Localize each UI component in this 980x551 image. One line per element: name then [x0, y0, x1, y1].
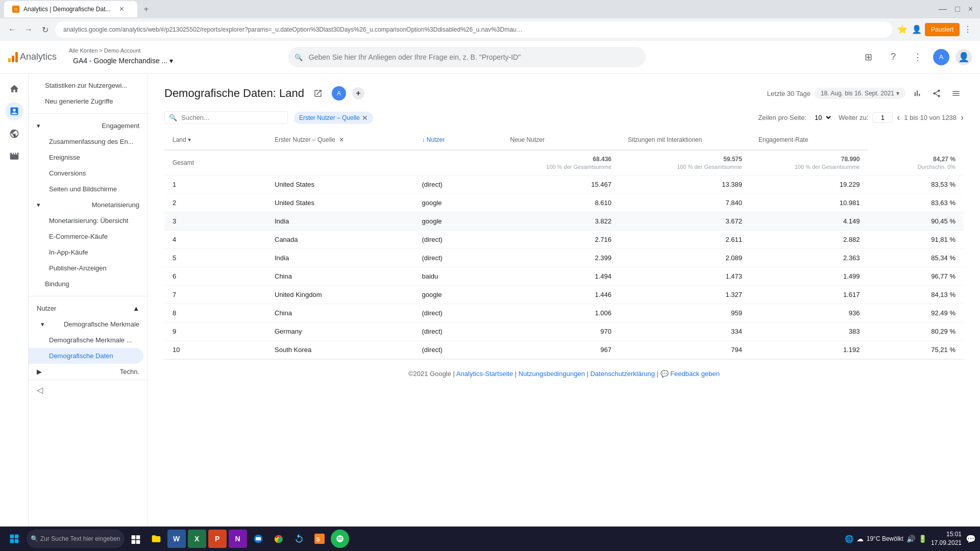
footer-datenschutz-link[interactable]: Datenschutzerklärung — [590, 370, 654, 378]
close-btn[interactable]: × — [965, 5, 976, 14]
sidebar-item-inapp[interactable]: In-App-Käufe — [29, 244, 148, 260]
taskbar-app7[interactable]: S — [310, 530, 329, 548]
start-btn[interactable] — [4, 529, 24, 549]
total-label-cell: Gesamt — [164, 150, 502, 176]
sidebar-item-neu-generiert[interactable]: Neu generierte Zugriffe — [29, 93, 148, 109]
sidebar-item-seiten[interactable]: Seiten und Bildschirme — [29, 181, 148, 197]
sidebar-item-bindung-label: Bindung — [45, 280, 69, 288]
page-number-input[interactable]: 1 — [872, 112, 893, 123]
date-range-chip[interactable]: 18. Aug. bis 16. Sept. 2021 ▾ — [815, 88, 905, 99]
sidebar-collapse-btn[interactable]: ◁ — [37, 385, 43, 395]
sidebar-item-mon-uebersicht[interactable]: Monetarisierung: Übersicht — [29, 213, 148, 229]
add-report-btn[interactable]: + — [352, 87, 364, 99]
breadcrumb-all-link[interactable]: Alle Konten — [69, 47, 97, 54]
sidebar-item-demo-daten[interactable]: Demografische Daten — [29, 348, 143, 364]
weather-icon[interactable]: ☁ — [856, 535, 864, 543]
sidebar-section-demo[interactable]: ▾ Demografische Merkmale — [29, 316, 148, 332]
network-icon[interactable]: 🌐 — [845, 535, 853, 543]
property-selector-btn[interactable]: GA4 - Google Merchandise ... ▾ — [69, 55, 177, 67]
rows-select[interactable]: 10 25 50 — [811, 112, 832, 123]
taskbar-search[interactable]: 🔍 Zur Suche Text hier eingeben — [27, 530, 125, 548]
browser-tab[interactable]: G Analytics | Demografische Dat... × — [4, 1, 137, 17]
sidebar-item-zusammenfassung[interactable]: Zusammenfassung des En... — [29, 134, 148, 149]
col-header-neue-nutzer[interactable]: Neue Nutzer — [502, 130, 620, 150]
taskbar-powerpoint[interactable]: P — [208, 530, 227, 548]
search-input[interactable] — [288, 47, 646, 67]
account-icon[interactable]: 👤 — [955, 49, 972, 65]
menu-btn[interactable]: ⋮ — [962, 23, 974, 35]
table-row: 7 United Kingdom google 1.446 1.327 1.61… — [164, 286, 964, 304]
sidebar-section-techn[interactable]: ▶ Techn. — [29, 364, 148, 380]
taskbar-spotify[interactable] — [331, 530, 349, 548]
topbar-actions: ⊞ ? ⋮ A 👤 — [860, 48, 972, 66]
reload-btn[interactable]: ↻ — [39, 23, 51, 36]
filter-remove-icon[interactable]: ✕ — [362, 114, 368, 122]
help-icon-btn[interactable]: ? — [884, 48, 902, 66]
sidebar-section-monetarisierung[interactable]: ▾ Monetarisierung — [29, 197, 148, 213]
breadcrumb-account: Demo Account — [104, 47, 141, 54]
taskbar-reload[interactable] — [290, 530, 308, 548]
col-header-rate[interactable]: Engagement-Rate — [750, 130, 868, 150]
sidebar-section-techn-label: Techn. — [120, 368, 139, 375]
row-source-cell: (direct) — [413, 231, 502, 249]
extensions-btn[interactable]: ⭐ — [896, 23, 909, 35]
taskbar-explorer[interactable] — [147, 530, 165, 548]
row-nutzer-cell: 1.006 — [502, 304, 620, 322]
footer-analytics-link[interactable]: Analytics-Startseite — [456, 370, 513, 378]
user-avatar[interactable]: A — [933, 49, 949, 65]
taskbar-chrome[interactable] — [270, 530, 288, 548]
taskbar-excel[interactable]: X — [188, 530, 206, 548]
profile-btn[interactable]: 👤 — [911, 23, 923, 35]
sidebar-item-demo-merkmale[interactable]: Demografische Merkmale ... — [29, 332, 148, 348]
back-btn[interactable]: ← — [6, 23, 18, 36]
taskbar-task-view[interactable] — [127, 530, 145, 548]
taskbar-edge[interactable] — [249, 530, 267, 548]
new-tab-btn[interactable]: + — [139, 2, 154, 16]
taskbar-onenote[interactable]: N — [229, 530, 247, 548]
sidebar-item-publisher[interactable]: Publisher-Anzeigen — [29, 260, 148, 276]
share-page-icon-btn[interactable] — [310, 86, 326, 101]
filter-active-icon[interactable]: ✕ — [339, 136, 344, 143]
col-header-nutzer[interactable]: ↓ Nutzer — [413, 130, 502, 150]
more-icon-btn[interactable]: ⋮ — [909, 48, 927, 66]
sidebar-item-statistiken[interactable]: Statistiken zur Nutzergewi... — [29, 78, 148, 93]
address-bar[interactable]: analytics.google.com/analytics/web/#/p21… — [55, 21, 892, 38]
apps-icon-btn[interactable]: ⊞ — [860, 48, 878, 66]
taskbar-word[interactable]: W — [167, 530, 186, 548]
forward-btn[interactable]: → — [22, 23, 35, 36]
maximize-btn[interactable]: □ — [952, 5, 963, 14]
sidebar-section-engagement[interactable]: ▾ Engagement — [29, 118, 148, 134]
notification-icon[interactable]: 💬 — [966, 534, 976, 544]
table-search-input[interactable] — [181, 114, 283, 121]
sidebar-item-ecommerce[interactable]: E-Commerce-Käufe — [29, 229, 148, 244]
prev-page-btn[interactable]: ‹ — [897, 112, 900, 123]
share-btn[interactable] — [929, 86, 944, 101]
rail-reports-icon[interactable] — [5, 102, 23, 120]
sidebar-section-nutzer[interactable]: Nutzer ▲ — [29, 300, 148, 316]
next-page-btn[interactable]: › — [961, 112, 964, 123]
minimize-btn[interactable]: — — [936, 5, 950, 14]
row-neue-cell: 13.389 — [620, 176, 750, 194]
sidebar-item-ereignisse[interactable]: Ereignisse — [29, 149, 148, 165]
table-row: 4 Canada (direct) 2.716 2.611 2.882 91,8… — [164, 231, 964, 249]
taskbar-clock[interactable]: 15:01 17.09.2021 — [931, 530, 962, 547]
volume-icon[interactable]: 🔊 — [906, 535, 915, 543]
pause-btn[interactable]: Pausiert — [925, 23, 960, 36]
footer-feedback-link[interactable]: Feedback geben — [670, 370, 720, 378]
sidebar-collapse-row: ◁ — [29, 380, 148, 400]
sidebar-item-bindung[interactable]: Bindung — [29, 276, 148, 292]
data-table: Land ▾ Erster Nutzer – Quelle ✕ ↓ Nutzer… — [164, 130, 964, 359]
col-header-land[interactable]: Land ▾ — [164, 130, 266, 150]
more-actions-btn[interactable] — [948, 86, 964, 101]
col-header-sitzungen[interactable]: Sitzungen mit Interaktionen — [620, 130, 750, 150]
rail-home-icon[interactable] — [5, 80, 23, 98]
sidebar-item-conversions[interactable]: Conversions — [29, 165, 148, 181]
rail-advertising-icon[interactable] — [5, 147, 23, 165]
filter-chip[interactable]: Erster Nutzer – Quelle ✕ — [294, 112, 373, 124]
total-rate-cell: 84,27 % Durchschn. 0% — [868, 150, 964, 176]
rail-explore-icon[interactable] — [5, 124, 23, 143]
footer-nutzung-link[interactable]: Nutzungsbedingungen — [519, 370, 585, 378]
chart-toggle-btn[interactable] — [910, 86, 925, 101]
report-user-avatar[interactable]: A — [332, 86, 346, 101]
tab-close-btn[interactable]: × — [115, 2, 129, 16]
